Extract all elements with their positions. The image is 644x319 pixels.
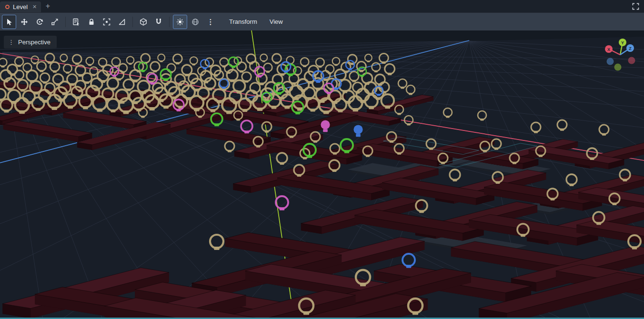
magnet-icon <box>155 18 162 26</box>
ruler-triangle-icon <box>118 18 126 26</box>
move-icon <box>20 18 28 26</box>
preview-sunlight-toggle[interactable] <box>173 15 187 29</box>
viewport-3d[interactable]: ⋮ Perspective Y X Z <box>0 30 644 319</box>
ruler-tool-button[interactable] <box>115 15 129 29</box>
axis-z-negative-ball[interactable] <box>607 58 614 65</box>
axis-z-label: Z <box>629 46 632 51</box>
tab-bar-spacer <box>54 0 627 12</box>
scale-icon <box>51 18 59 26</box>
axis-x-label: X <box>607 47 610 52</box>
list-select-icon <box>72 18 80 26</box>
menu-dots-icon: ⋮ <box>8 39 14 46</box>
move-tool-button[interactable] <box>17 15 31 29</box>
cube-icon <box>140 18 147 26</box>
lock-selected-button[interactable] <box>84 15 99 29</box>
select-cursor-icon <box>5 18 13 26</box>
scale-tool-button[interactable] <box>48 15 62 29</box>
list-select-tool-button[interactable] <box>69 15 83 29</box>
axis-x-negative-ball[interactable] <box>628 57 635 64</box>
transform-menu-button[interactable]: Transform <box>223 15 263 29</box>
tab-label: Level <box>13 3 28 10</box>
perspective-menu-button[interactable]: ⋮ Perspective <box>4 36 57 49</box>
preview-environment-toggle[interactable] <box>188 15 202 29</box>
expand-viewport-button[interactable] <box>627 0 644 12</box>
tab-level[interactable]: Level ✕ <box>0 1 41 12</box>
toolbar-separator <box>65 17 66 27</box>
viewport-canvas[interactable] <box>0 30 644 319</box>
group-icon <box>103 18 111 26</box>
perspective-label: Perspective <box>18 39 50 46</box>
local-space-toggle-button[interactable] <box>136 15 151 29</box>
axis-y-negative-ball[interactable] <box>614 64 622 71</box>
expand-icon <box>632 3 639 10</box>
close-tab-icon[interactable]: ✕ <box>32 4 37 10</box>
new-tab-button[interactable]: + <box>41 0 54 12</box>
select-tool-button[interactable] <box>2 15 16 29</box>
snap-toggle-button[interactable] <box>151 15 166 29</box>
group-selected-button[interactable] <box>100 15 114 29</box>
rotate-tool-button[interactable] <box>32 15 47 29</box>
globe-icon <box>191 18 199 26</box>
axis-navigation-gizmo[interactable]: Y X Z <box>599 33 642 76</box>
toolbar-separator <box>132 17 133 27</box>
axis-y-label: Y <box>621 40 624 45</box>
sun-icon <box>176 18 184 26</box>
spatial-toolbar: ⋮ Transform View <box>0 12 644 30</box>
scene-tab-bar: Level ✕ + <box>0 0 644 12</box>
rotate-icon <box>36 18 43 26</box>
view-options-button[interactable]: ⋮ <box>203 15 218 29</box>
toolbar-separator <box>169 17 170 27</box>
scene-icon <box>5 5 10 9</box>
lock-icon <box>88 18 95 26</box>
view-menu-button[interactable]: View <box>264 15 289 29</box>
